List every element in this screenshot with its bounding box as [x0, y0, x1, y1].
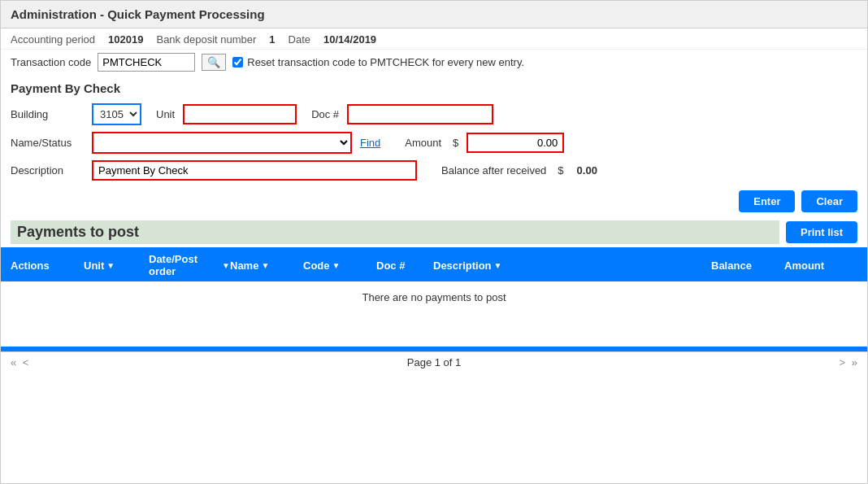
table-body: There are no payments to post: [1, 281, 867, 347]
bank-deposit-value: 1: [269, 33, 275, 46]
reset-label-text: Reset transaction code to PMTCHECK for e…: [247, 56, 524, 68]
transaction-code-label: Transaction code: [11, 56, 91, 68]
doc-input[interactable]: [347, 104, 493, 124]
description-row: Description Balance after received $ 0.0…: [11, 160, 857, 181]
name-status-label: Name/Status: [11, 137, 84, 149]
col-datepost[interactable]: Date/Post order ▼: [149, 253, 230, 277]
description-input[interactable]: [92, 160, 417, 181]
payment-section-title: Payment By Check: [11, 81, 857, 95]
col-balance: Balance: [711, 253, 784, 277]
amount-label: Amount: [405, 137, 441, 149]
col-unit-label: Unit: [84, 259, 104, 272]
page-wrapper: Administration - Quick Payment Processin…: [0, 0, 868, 484]
col-actions-label: Actions: [11, 259, 50, 272]
unit-input[interactable]: [183, 104, 297, 124]
col-unit[interactable]: Unit ▼: [84, 253, 149, 277]
pagination-row: « < Page 1 of 1 > »: [1, 351, 867, 373]
pagination-first-button[interactable]: «: [11, 356, 16, 368]
col-actions: Actions: [11, 253, 84, 277]
page-header: Administration - Quick Payment Processin…: [1, 1, 867, 28]
col-description-label: Description: [433, 259, 492, 272]
amount-input[interactable]: [467, 133, 564, 153]
col-code-label: Code: [303, 259, 330, 272]
enter-button[interactable]: Enter: [739, 190, 795, 212]
unit-label: Unit: [156, 108, 175, 120]
building-select[interactable]: 3105: [92, 103, 141, 125]
bank-deposit-label: Bank deposit number: [156, 33, 256, 46]
name-row: Name/Status Find Amount $: [11, 132, 857, 154]
payments-table-container: Actions Unit ▼ Date/Post order ▼ Name ▼ …: [1, 247, 867, 351]
name-status-select[interactable]: [92, 132, 352, 154]
col-description[interactable]: Description ▼: [433, 253, 711, 277]
pagination-prev-button[interactable]: <: [23, 356, 29, 368]
col-datepost-label: Date/Post order: [149, 253, 219, 277]
col-docnum-label: Doc #: [376, 259, 405, 272]
transaction-code-input[interactable]: [98, 53, 195, 72]
description-label: Description: [11, 164, 84, 177]
transaction-search-button[interactable]: 🔍: [202, 54, 226, 71]
table-empty-message: There are no payments to post: [11, 281, 857, 313]
amount-dollar-sign: $: [453, 137, 458, 149]
payment-form: Building 3105 Unit Doc # Name/Status Fin…: [11, 103, 857, 181]
info-bar: Accounting period 102019 Bank deposit nu…: [1, 28, 867, 50]
search-icon: 🔍: [207, 56, 220, 68]
pagination-prev-controls: « <: [11, 356, 28, 368]
payments-section-title: Payments to post: [11, 220, 779, 244]
page-title: Administration - Quick Payment Processin…: [11, 7, 265, 21]
col-name-label: Name: [230, 259, 258, 272]
balance-dollar-sign: $: [558, 164, 563, 177]
accounting-period-value: 102019: [108, 33, 143, 46]
col-name[interactable]: Name ▼: [230, 253, 303, 277]
col-code-sort-icon: ▼: [332, 261, 341, 270]
print-list-button[interactable]: Print list: [786, 221, 857, 243]
payment-section: Payment By Check Building 3105 Unit Doc …: [1, 76, 867, 184]
col-docnum: Doc #: [376, 253, 433, 277]
buttons-row: Enter Clear: [1, 184, 867, 217]
balance-value: 0.00: [577, 164, 597, 177]
pagination-next-controls: > »: [840, 356, 857, 368]
building-label: Building: [11, 108, 84, 120]
clear-button[interactable]: Clear: [801, 190, 857, 212]
pagination-info: Page 1 of 1: [407, 356, 462, 368]
col-desc-sort-icon: ▼: [494, 261, 502, 270]
col-code[interactable]: Code ▼: [303, 253, 376, 277]
table-header: Actions Unit ▼ Date/Post order ▼ Name ▼ …: [1, 249, 867, 281]
date-label: Date: [289, 33, 310, 46]
date-value: 10/14/2019: [323, 33, 376, 46]
doc-label: Doc #: [311, 108, 339, 120]
col-datepost-sort-icon: ▼: [222, 261, 230, 270]
col-amount-label: Amount: [784, 259, 824, 272]
transaction-row: Transaction code 🔍 Reset transaction cod…: [1, 50, 867, 76]
pagination-next-button[interactable]: >: [840, 356, 846, 368]
col-balance-label: Balance: [711, 259, 752, 272]
payments-to-post-row: Payments to post Print list: [1, 217, 867, 247]
building-row: Building 3105 Unit Doc #: [11, 103, 857, 125]
col-name-sort-icon: ▼: [261, 261, 269, 270]
balance-label: Balance after received: [441, 164, 546, 177]
reset-checkbox-label: Reset transaction code to PMTCHECK for e…: [232, 56, 524, 68]
col-amount: Amount: [784, 253, 857, 277]
pagination-last-button[interactable]: »: [852, 356, 857, 368]
col-unit-sort-icon: ▼: [106, 261, 115, 270]
accounting-period-label: Accounting period: [11, 33, 95, 46]
reset-checkbox[interactable]: [232, 57, 243, 68]
find-link[interactable]: Find: [360, 137, 380, 149]
